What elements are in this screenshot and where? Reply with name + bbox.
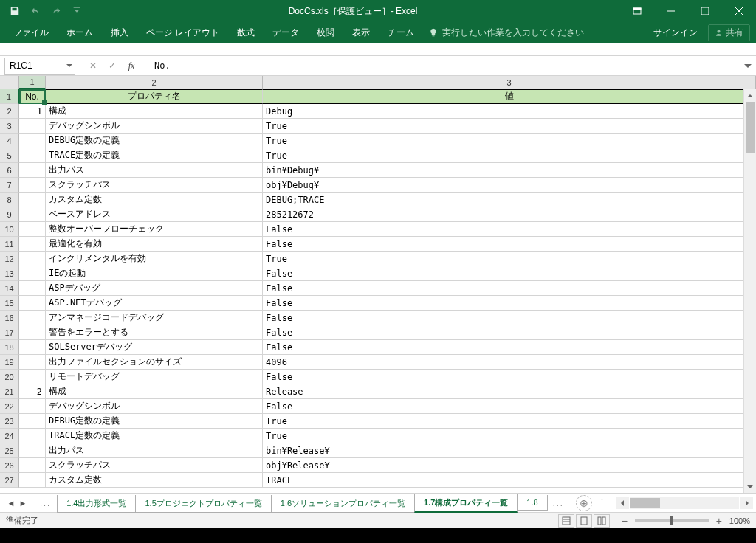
- sheet-tab-truncated[interactable]: 1.8: [517, 495, 547, 511]
- row-header[interactable]: 23: [0, 414, 19, 429]
- row-header[interactable]: 20: [0, 370, 19, 384]
- cell[interactable]: False: [263, 281, 756, 296]
- row-header[interactable]: 13: [0, 266, 19, 281]
- tab-home[interactable]: ホーム: [58, 22, 102, 43]
- vertical-scrollbar[interactable]: [743, 89, 756, 493]
- name-box-dropdown-icon[interactable]: [63, 58, 75, 74]
- cell[interactable]: [19, 296, 46, 311]
- cell[interactable]: TRACE定数の定義: [46, 429, 263, 443]
- sheet-overflow-right[interactable]: ...: [547, 499, 570, 508]
- save-icon[interactable]: [6, 2, 24, 20]
- cell[interactable]: [19, 163, 46, 178]
- cell[interactable]: Debug: [263, 104, 756, 119]
- scroll-track[interactable]: [744, 102, 756, 480]
- cell[interactable]: False: [263, 296, 756, 311]
- cell[interactable]: TRACE定数の定義: [46, 148, 263, 163]
- sheet-nav-buttons[interactable]: ◄ ►: [0, 499, 34, 508]
- row-header[interactable]: 14: [0, 281, 19, 296]
- cell[interactable]: 整数オーバーフローチェック: [46, 222, 263, 237]
- fx-icon[interactable]: fx: [126, 60, 137, 72]
- cell[interactable]: [19, 414, 46, 429]
- cell[interactable]: ASPデバッグ: [46, 281, 263, 296]
- cell[interactable]: ベースアドレス: [46, 207, 263, 222]
- row-header[interactable]: 12: [0, 252, 19, 266]
- cell[interactable]: [19, 340, 46, 355]
- tab-review[interactable]: 校閲: [308, 22, 343, 43]
- tell-me-search[interactable]: 実行したい作業を入力してください: [429, 27, 584, 39]
- cell[interactable]: False: [263, 399, 756, 414]
- cell[interactable]: デバッグシンボル: [46, 399, 263, 414]
- zoom-in-button[interactable]: +: [713, 515, 725, 527]
- horizontal-scrollbar[interactable]: [614, 497, 756, 509]
- hscroll-thumb[interactable]: [630, 498, 660, 508]
- minimize-icon[interactable]: [654, 0, 688, 22]
- cell[interactable]: No.: [19, 89, 46, 104]
- row-header[interactable]: 9: [0, 207, 19, 222]
- row-header[interactable]: 17: [0, 325, 19, 340]
- name-box[interactable]: [5, 58, 63, 74]
- page-layout-view-icon[interactable]: [576, 514, 592, 528]
- cell[interactable]: カスタム定数: [46, 193, 263, 207]
- cell[interactable]: DEBUG定数の定義: [46, 414, 263, 429]
- row-header[interactable]: 26: [0, 458, 19, 473]
- zoom-percent[interactable]: 100%: [729, 516, 750, 525]
- cell[interactable]: [19, 222, 46, 237]
- cell[interactable]: obj¥Release¥: [263, 458, 756, 473]
- tab-insert[interactable]: 挿入: [102, 22, 137, 43]
- col-header-1[interactable]: 1: [19, 76, 46, 89]
- row-header[interactable]: 25: [0, 443, 19, 458]
- cell[interactable]: True: [263, 148, 756, 163]
- cell[interactable]: True: [263, 414, 756, 429]
- col-header-2[interactable]: 2: [46, 76, 263, 89]
- sheet-prev-icon[interactable]: ◄: [6, 499, 16, 508]
- cancel-icon[interactable]: ✕: [87, 60, 99, 71]
- cell[interactable]: [19, 473, 46, 488]
- cell[interactable]: bin¥Debug¥: [263, 163, 756, 178]
- add-sheet-button[interactable]: ⊕: [576, 495, 592, 511]
- cell[interactable]: DEBUG;TRACE: [263, 193, 756, 207]
- cell[interactable]: [19, 399, 46, 414]
- cell[interactable]: IEの起動: [46, 266, 263, 281]
- cell[interactable]: [19, 252, 46, 266]
- row-header[interactable]: 7: [0, 178, 19, 193]
- row-header[interactable]: 2: [0, 104, 19, 119]
- cell[interactable]: False: [263, 266, 756, 281]
- cell[interactable]: 構成: [46, 104, 263, 119]
- tab-formulas[interactable]: 数式: [228, 22, 264, 43]
- page-break-view-icon[interactable]: [594, 514, 610, 528]
- sheet-tab[interactable]: 1.5プロジェクトプロパティ一覧: [135, 495, 271, 513]
- hscroll-right-icon[interactable]: [740, 497, 753, 509]
- zoom-thumb[interactable]: [670, 516, 673, 525]
- cell[interactable]: [19, 193, 46, 207]
- cell[interactable]: [19, 266, 46, 281]
- cell[interactable]: デバッグシンボル: [46, 119, 263, 134]
- row-header[interactable]: 18: [0, 340, 19, 355]
- sheet-next-icon[interactable]: ►: [18, 499, 28, 508]
- hscroll-left-icon[interactable]: [616, 497, 629, 509]
- cell[interactable]: 構成: [46, 384, 263, 399]
- select-all-corner[interactable]: [0, 76, 19, 89]
- row-header[interactable]: 1: [0, 89, 19, 104]
- row-header[interactable]: 4: [0, 134, 19, 148]
- cell[interactable]: 警告をエラーとする: [46, 325, 263, 340]
- zoom-out-button[interactable]: −: [619, 515, 630, 527]
- cell[interactable]: False: [263, 222, 756, 237]
- sheet-menu-icon[interactable]: ⋮: [592, 498, 614, 508]
- cell[interactable]: 1: [19, 104, 46, 119]
- maximize-icon[interactable]: [688, 0, 722, 22]
- sheet-overflow-left[interactable]: ...: [34, 499, 57, 508]
- cell[interactable]: 2: [19, 384, 46, 399]
- cell[interactable]: [19, 311, 46, 325]
- tab-data[interactable]: データ: [264, 22, 308, 43]
- tab-team[interactable]: チーム: [379, 22, 423, 43]
- sign-in-link[interactable]: サインイン: [653, 27, 708, 39]
- cell[interactable]: スクラッチパス: [46, 458, 263, 473]
- scroll-up-icon[interactable]: [744, 89, 756, 102]
- row-header[interactable]: 10: [0, 222, 19, 237]
- cell[interactable]: [19, 443, 46, 458]
- cell[interactable]: [19, 178, 46, 193]
- sheet-tab[interactable]: 1.6ソリューションプロパティ一覧: [271, 495, 415, 513]
- row-header[interactable]: 6: [0, 163, 19, 178]
- scroll-thumb[interactable]: [746, 102, 755, 153]
- row-header[interactable]: 22: [0, 399, 19, 414]
